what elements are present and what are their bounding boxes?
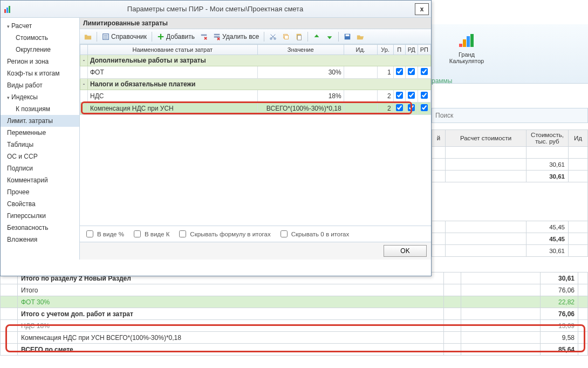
tree-item[interactable]: ОС и ССР (1, 151, 79, 162)
tree-item[interactable]: Виды работ (1, 79, 79, 91)
svg-rect-1 (6, 8, 8, 13)
svg-rect-10 (284, 35, 288, 39)
nav-tree: РасчетСтоимостьОкруглениеРегион и зонаКо… (1, 18, 80, 260)
tree-item[interactable]: К позициям (1, 103, 79, 115)
sheet-row[interactable]: ФОТ 30%22,82 (1, 296, 588, 308)
col-h3[interactable]: Ид (569, 130, 588, 147)
dialog-footer: OK (80, 242, 431, 260)
calculator-button[interactable]: Гранд Калькулятор (448, 34, 486, 64)
tree-item[interactable]: Подписи (1, 162, 79, 174)
copy-button[interactable] (280, 32, 292, 42)
col-level[interactable]: Ур. (377, 45, 393, 55)
col-h0[interactable]: й (432, 130, 446, 147)
sheet-row[interactable]: Итого76,06 (1, 284, 588, 296)
costs-grid: Наименование статьи затрат Значение Ид. … (80, 44, 431, 226)
svg-rect-2 (9, 6, 10, 13)
app-icon (4, 5, 12, 13)
cell[interactable]: 45,45 (527, 221, 569, 233)
table-row[interactable]: ФОТ30%1 (80, 66, 431, 79)
checkbox[interactable] (396, 92, 403, 99)
tree-item[interactable]: Вложения (1, 234, 79, 246)
col-name[interactable]: Наименование статьи затрат (88, 45, 258, 55)
cell[interactable]: 45,45 (527, 233, 569, 245)
cut-button[interactable] (267, 32, 279, 42)
options-row: В виде % В виде К Скрывать формулу в ито… (80, 226, 431, 242)
cell[interactable]: 30,61 (527, 245, 569, 257)
expander-icon[interactable]: - (80, 79, 88, 90)
tree-item[interactable]: Таблицы (1, 139, 79, 151)
table-row[interactable]: -Дополнительные работы и затраты (80, 55, 431, 66)
search-input[interactable] (432, 110, 587, 121)
svg-rect-12 (297, 35, 301, 40)
svg-rect-0 (4, 9, 6, 13)
checkbox[interactable] (396, 68, 403, 75)
cell[interactable]: 30,61 (527, 171, 569, 182)
tree-item[interactable]: Переменные (1, 127, 79, 139)
checkbox[interactable] (408, 68, 415, 75)
expander-icon[interactable]: - (80, 55, 88, 66)
add-button[interactable]: Добавить (155, 32, 197, 42)
tree-item[interactable]: Свойства (1, 198, 79, 210)
tree-item[interactable]: Стоимость (1, 32, 79, 44)
checkbox[interactable] (408, 104, 415, 111)
tree-item[interactable]: Безопасность (1, 222, 79, 234)
tree-item[interactable]: Коэф-ты к итогам (1, 67, 79, 79)
col-value[interactable]: Значение (257, 45, 344, 55)
calculator-icon (459, 34, 474, 49)
tree-item[interactable]: Комментарий (1, 174, 79, 186)
close-button[interactable]: x (415, 3, 429, 15)
checkbox[interactable] (408, 92, 415, 99)
save-button[interactable] (341, 32, 353, 42)
move-down-button[interactable] (324, 32, 336, 42)
checkbox[interactable] (421, 104, 428, 111)
ok-button[interactable]: OK (384, 245, 427, 257)
col-id[interactable]: Ид. (344, 45, 377, 55)
search-bar (432, 108, 588, 123)
svg-rect-4 (201, 34, 207, 36)
open-button[interactable] (354, 32, 366, 42)
col-h2[interactable]: Стоимость, тыс. руб (527, 130, 569, 147)
reference-button[interactable]: Справочник (100, 32, 149, 42)
tab-programs[interactable]: раммы (432, 77, 452, 85)
delete-all-button[interactable]: Удалить все (211, 32, 261, 42)
table-row[interactable]: -Налоги и обязательные платежи (80, 79, 431, 90)
opt-percent[interactable]: В виде % (84, 229, 124, 239)
paste-button[interactable] (293, 32, 305, 42)
move-up-button[interactable] (311, 32, 323, 42)
toolbar: Справочник Добавить Удалить все (80, 29, 431, 44)
tree-item[interactable]: Индексы (1, 91, 79, 103)
table-row[interactable]: НДС18%2 (80, 90, 431, 103)
opt-hide-formula[interactable]: Скрывать формулу в итогах (177, 229, 270, 239)
cell[interactable]: 30,61 (527, 159, 569, 171)
right-grid: й Расчет стоимости Стоимость, тыс. руб И… (432, 130, 588, 257)
calc-label-1: Гранд (448, 51, 486, 58)
tree-item[interactable]: Прочее (1, 186, 79, 198)
ribbon-panel: Гранд Калькулятор раммы (432, 24, 588, 84)
col-rp[interactable]: РП (418, 45, 430, 55)
col-p[interactable]: П (393, 45, 405, 55)
checkbox[interactable] (421, 92, 428, 99)
tree-item[interactable]: Регион и зона (1, 56, 79, 67)
sheet-row[interactable]: Компенсация НДС при УСН ВСЕГО*(100%-30%)… (1, 332, 588, 344)
tree-item[interactable]: Расчет (1, 20, 79, 32)
opt-hide-zero[interactable]: Скрывать 0 в итогах (278, 229, 350, 239)
delete-row-button[interactable] (198, 32, 210, 42)
col-rd[interactable]: РД (405, 45, 418, 55)
tree-item[interactable]: Округление (1, 44, 79, 56)
tree-item[interactable]: Гиперссылки (1, 210, 79, 222)
folder-button[interactable] (82, 32, 94, 42)
checkbox[interactable] (396, 104, 403, 111)
sheet-row[interactable]: Итого с учетом доп. работ и затрат76,06 (1, 308, 588, 320)
opt-k[interactable]: В виде К (132, 229, 169, 239)
checkbox[interactable] (421, 68, 428, 75)
section-header: Лимитированные затраты (80, 18, 431, 29)
table-row[interactable]: Компенсация НДС при УСНВСЕГО*(100%-30%)*… (80, 103, 431, 115)
title-bar[interactable]: Параметры сметы ПИР - Мои сметы\Проектна… (1, 1, 431, 18)
svg-rect-6 (214, 36, 220, 38)
col-h1[interactable]: Расчет стоимости (446, 130, 527, 147)
tree-item[interactable]: Лимит. затраты (1, 115, 79, 127)
sheet-row[interactable]: НДС 18%13,69 (1, 320, 588, 332)
svg-rect-14 (346, 34, 350, 36)
dialog-title: Параметры сметы ПИР - Мои сметы\Проектна… (16, 5, 415, 13)
sheet-row[interactable]: ВСЕГО по смете85,64 (1, 344, 588, 356)
